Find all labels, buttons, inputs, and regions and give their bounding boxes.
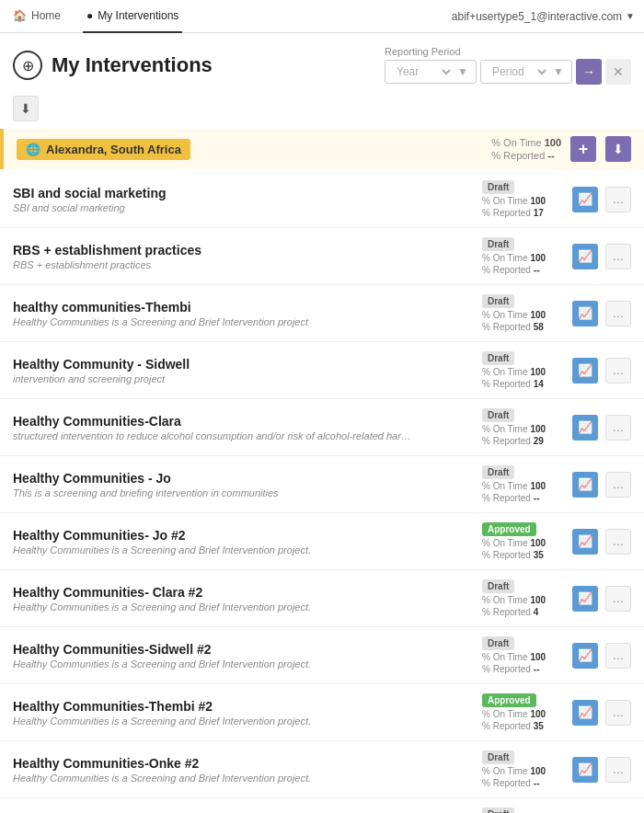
on-time-row: % On Time 100	[482, 253, 565, 263]
status-badge-row: Draft	[482, 636, 565, 650]
intervention-right: Draft % On Time 100 % Reported 4 📈 …	[447, 579, 631, 617]
add-intervention-button[interactable]: +	[570, 136, 596, 162]
tab-icon: ●	[86, 9, 93, 22]
on-time-label: % On Time	[491, 137, 541, 148]
chart-button[interactable]: 📈	[572, 358, 598, 384]
on-time-label: % On Time	[482, 481, 527, 491]
on-time-label: % On Time	[482, 196, 527, 206]
intervention-desc: Healthy Communities is a Screening and B…	[13, 544, 418, 555]
more-button[interactable]: …	[605, 358, 631, 384]
more-button[interactable]: …	[605, 757, 631, 783]
more-button[interactable]: …	[605, 643, 631, 669]
intervention-item: healthy communities-Thembi Healthy Commu…	[0, 285, 644, 342]
status-badge-row: Draft	[482, 294, 565, 308]
period-select[interactable]: Period	[489, 64, 549, 79]
on-time-label: % On Time	[482, 766, 527, 776]
nav-interventions-label: My Interventions	[98, 9, 178, 22]
intervention-right: Draft % On Time 100 % Reported 22 📈 …	[447, 807, 631, 813]
location-download-button[interactable]: ⬇	[605, 136, 631, 162]
reporting-go-button[interactable]: →	[576, 59, 602, 85]
nav-item-home[interactable]: 🏠 Home	[9, 0, 64, 33]
on-time-stat: % On Time 100	[491, 137, 561, 148]
reported-val: 35	[534, 550, 544, 560]
more-button[interactable]: …	[605, 301, 631, 326]
more-button[interactable]: …	[605, 244, 631, 269]
reported-row: % Reported 4	[482, 607, 565, 617]
on-time-label: % On Time	[482, 652, 527, 662]
reported-val: --	[547, 150, 554, 161]
more-button[interactable]: …	[605, 529, 631, 555]
chart-button[interactable]: 📈	[572, 415, 598, 441]
location-name: Alexandra, South Africa	[46, 143, 181, 156]
year-select-wrapper[interactable]: Year ▼	[385, 60, 477, 84]
location-stats: % On Time 100 % Reported --	[491, 137, 561, 161]
chart-button[interactable]: 📈	[572, 187, 598, 212]
chart-button[interactable]: 📈	[572, 643, 598, 669]
on-time-row: % On Time 100	[482, 595, 565, 605]
reported-label: % Reported	[491, 150, 545, 161]
intervention-desc: RBS + establishment practices	[13, 259, 418, 270]
intervention-item: SBI and social marketing SBI and social …	[0, 171, 644, 228]
intervention-name: SBI and social marketing	[13, 186, 447, 200]
intervention-right: Draft % On Time 100 % Reported -- 📈 …	[447, 237, 631, 275]
intervention-item: RBS + establishment practices RBS + esta…	[0, 228, 644, 285]
nav-item-interventions[interactable]: ● My Interventions	[83, 0, 182, 33]
more-button[interactable]: …	[605, 700, 631, 726]
reported-val: 35	[534, 721, 544, 731]
chart-button[interactable]: 📈	[572, 700, 598, 726]
on-time-label: % On Time	[482, 595, 527, 605]
intervention-stats: Draft % On Time 100 % Reported 14	[482, 351, 565, 389]
on-time-val: 100	[530, 481, 546, 491]
user-menu[interactable]: abif+usertype5_1@interactive.com ▼	[452, 10, 635, 23]
reported-label: % Reported	[482, 265, 531, 275]
page-header: ⊕ My Interventions Reporting Period Year…	[0, 33, 644, 92]
on-time-row: % On Time 100	[482, 424, 565, 434]
chart-button[interactable]: 📈	[572, 472, 598, 498]
intervention-stats: Draft % On Time 100 % Reported --	[482, 237, 565, 275]
reported-val: 58	[534, 322, 544, 332]
sub-toolbar: ⬇	[0, 92, 644, 129]
nav-left: 🏠 Home ● My Interventions	[9, 0, 182, 33]
intervention-name: Healthy Communities-Clara	[13, 414, 447, 429]
on-time-row: % On Time 100	[482, 538, 565, 548]
on-time-val: 100	[530, 310, 546, 320]
reported-val: --	[534, 778, 540, 788]
intervention-stats: Draft % On Time 100 % Reported 17	[482, 180, 565, 218]
more-button[interactable]: …	[605, 415, 631, 441]
chart-button[interactable]: 📈	[572, 586, 598, 612]
intervention-info: Healthy Communities-Clara structured int…	[13, 414, 447, 441]
on-time-row: % On Time 100	[482, 709, 565, 719]
more-button[interactable]: …	[605, 586, 631, 612]
reported-row: % Reported 35	[482, 550, 565, 560]
status-badge-row: Draft	[482, 237, 565, 251]
intervention-info: Healthy Communities - Jo This is a scree…	[13, 471, 447, 498]
status-badge: Draft	[482, 579, 514, 593]
year-select[interactable]: Year	[393, 64, 454, 79]
intervention-right: Draft % On Time 100 % Reported 29 📈 …	[447, 408, 631, 446]
reported-row: % Reported 35	[482, 721, 565, 731]
reporting-clear-button[interactable]: ✕	[605, 59, 631, 85]
intervention-info: Healthy Communities- Jo #2 Healthy Commu…	[13, 528, 447, 555]
period-select-wrapper[interactable]: Period ▼	[480, 60, 572, 84]
location-actions: % On Time 100 % Reported -- + ⬇	[491, 136, 631, 162]
on-time-val: 100	[530, 766, 546, 776]
on-time-val: 100	[545, 137, 561, 148]
reporting-selects: Year ▼ Period ▼ → ✕	[385, 59, 631, 85]
chart-button[interactable]: 📈	[572, 244, 598, 269]
intervention-item: Healthy Communities-Clara structured int…	[0, 399, 644, 456]
more-button[interactable]: …	[605, 472, 631, 498]
intervention-item: Healthy Community - Sidwell intervention…	[0, 342, 644, 399]
reported-row: % Reported --	[482, 493, 565, 503]
download-button[interactable]: ⬇	[13, 96, 39, 121]
intervention-name: Healthy Communities - Jo	[13, 471, 447, 486]
intervention-info: Healthy Community - Sidwell intervention…	[13, 357, 447, 384]
chart-button[interactable]: 📈	[572, 757, 598, 783]
reported-label: % Reported	[482, 607, 531, 617]
intervention-item: Healthy Communities-Thembi #2 Healthy Co…	[0, 684, 644, 741]
intervention-item: Healthy Communities- Clara #2 Healthy Co…	[0, 570, 644, 627]
chart-button[interactable]: 📈	[572, 529, 598, 555]
intervention-item: Healthy Communities - Jo This is a scree…	[0, 456, 644, 513]
more-button[interactable]: …	[605, 187, 631, 212]
reported-val: 29	[534, 436, 544, 446]
chart-button[interactable]: 📈	[572, 301, 598, 326]
